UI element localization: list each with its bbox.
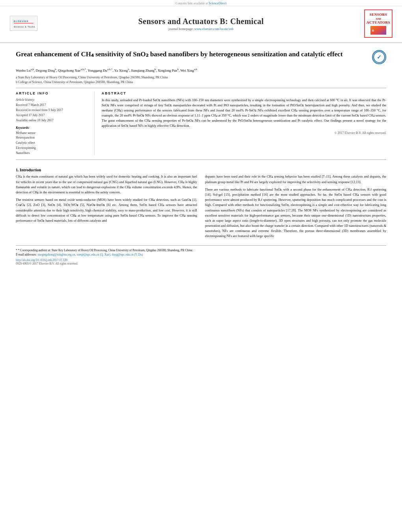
crossmark-icon: ✓ xyxy=(372,50,386,64)
svg-text:B: B xyxy=(372,29,374,32)
authors-text: Wenbo Lua,b, Degong Dingb, Qingzhong Xue… xyxy=(16,69,197,72)
header-top-bar: Contents lists available at ScienceDirec… xyxy=(0,0,402,6)
intro-col-left: CH₄ is the main constituent of natural g… xyxy=(16,174,197,241)
keyword-4: Electrospinning xyxy=(16,146,88,151)
keywords-section: Keywords: Methane sensor Heterojunction … xyxy=(16,126,88,156)
svg-text:✓: ✓ xyxy=(377,54,382,60)
intro-para-2: The resistive sensors based on metal oxi… xyxy=(16,197,197,223)
keywords-label: Keywords: xyxy=(16,126,88,130)
copyright: © 2017 Elsevier B.V. All rights reserved… xyxy=(102,131,386,135)
article-section: Great enhancement of CH₄ sensitivity of … xyxy=(0,46,402,160)
header-main: ELSEVIER Science & Technology Sensors an… xyxy=(0,6,402,39)
svg-text:ELSEVIER: ELSEVIER xyxy=(14,20,29,22)
page: Contents lists available at ScienceDirec… xyxy=(0,0,402,532)
intro-para-4: There are various methods to fabricate f… xyxy=(205,187,386,239)
keyword-3: Catalytic effect xyxy=(16,141,88,146)
svg-text:Science & Technology: Science & Technology xyxy=(14,26,35,28)
section1-title: 1. Introduction xyxy=(16,168,386,172)
article-info-label: ARTICLE INFO xyxy=(16,91,88,95)
footnote-email-label: E-mail addresses: xyxy=(16,253,37,256)
affiliation-b: b College of Science, China University o… xyxy=(16,80,386,85)
history-label: Article history: xyxy=(16,98,88,102)
footnote-email-link[interactable]: xueqingzhong@tsinghua.org.cn, xueqz@upc.… xyxy=(37,253,143,256)
sensors-brand-and: and xyxy=(376,17,381,20)
keyword-1: Methane sensor xyxy=(16,131,88,136)
affiliations: a State Key Laboratory of Heavy Oil Proc… xyxy=(16,75,386,85)
journal-homepage: journal homepage: www.elsevier.com/locat… xyxy=(43,27,359,31)
doi-link[interactable]: http://dx.doi.org/10.1016/j.snb.2017.07.… xyxy=(16,258,67,262)
elsevier-logo: ELSEVIER Science & Technology xyxy=(10,16,37,31)
received-revised-date: Received in revised form 5 July 2017 xyxy=(16,108,88,113)
keyword-2: Heterojunction xyxy=(16,135,88,141)
abstract-text: In this study, unloaded and Pt-loaded Sn… xyxy=(102,98,386,129)
info-abstract-area: ARTICLE INFO Article history: Received 7… xyxy=(16,91,386,156)
elsevier-logo-area: ELSEVIER Science & Technology xyxy=(8,16,39,32)
article-divider xyxy=(16,88,386,88)
authors: Wenbo Lua,b, Degong Dingb, Qingzhong Xue… xyxy=(16,67,386,74)
keyword-5: Nanofibers xyxy=(16,151,88,156)
sciencedirect-link[interactable]: ScienceDirect xyxy=(209,2,227,5)
available-date: Available online 19 July 2017 xyxy=(16,118,88,123)
homepage-url[interactable]: www.elsevier.com/locate/snb xyxy=(194,27,234,31)
accepted-date: Accepted 17 July 2017 xyxy=(16,113,88,118)
sensors-brand-title: SENSORS xyxy=(370,13,387,17)
body-section: 1. Introduction CH₄ is the main constitu… xyxy=(0,163,402,269)
footnote-corresponding: * * Corresponding authors at: State Key … xyxy=(16,248,386,252)
received-date: Received 7 March 2017 xyxy=(16,103,88,108)
footnote-section: * * Corresponding authors at: State Key … xyxy=(16,245,386,266)
affiliation-a: a State Key Laboratory of Heavy Oil Proc… xyxy=(16,75,386,80)
intro-col-right: dopants have been used and their role in… xyxy=(205,174,386,241)
intro-para-1: CH₄ is the main constituent of natural g… xyxy=(16,174,197,195)
contents-label: Contents lists available at xyxy=(176,2,208,5)
journal-title: Sensors and Actuators B: Chemical xyxy=(43,17,359,26)
footnote-corresponding-text: * Corresponding authors at: State Key La… xyxy=(18,248,193,252)
sensors-logo-image: B xyxy=(370,26,386,35)
rights-line: 0925-4005/© 2017 Elsevier B.V. All right… xyxy=(16,262,386,265)
footnote-email-row: E-mail addresses: xueqingzhong@tsinghua.… xyxy=(16,252,386,257)
article-title-text: Great enhancement of CH₄ sensitivity of … xyxy=(16,50,372,59)
doi-line: http://dx.doi.org/10.1016/j.snb.2017.07.… xyxy=(16,258,386,262)
article-info: ARTICLE INFO Article history: Received 7… xyxy=(16,91,95,156)
header-center: Sensors and Actuators B: Chemical journa… xyxy=(39,17,363,31)
article-title-area: Great enhancement of CH₄ sensitivity of … xyxy=(16,50,386,64)
sensors-logo-box: SENSORS and ACTUATORS B xyxy=(364,9,393,38)
article-abstract: ABSTRACT In this study, unloaded and Pt-… xyxy=(95,91,386,156)
two-col-intro: CH₄ is the main constituent of natural g… xyxy=(16,174,386,241)
body-divider xyxy=(16,159,386,160)
intro-para-3: dopants have been used and their role in… xyxy=(205,174,386,184)
sensors-brand-actuators: ACTUATORS xyxy=(367,20,390,25)
homepage-label: journal homepage: xyxy=(168,27,194,31)
abstract-label: ABSTRACT xyxy=(102,91,386,95)
sensors-logo-area: SENSORS and ACTUATORS B xyxy=(363,9,394,38)
header-divider xyxy=(0,43,402,43)
